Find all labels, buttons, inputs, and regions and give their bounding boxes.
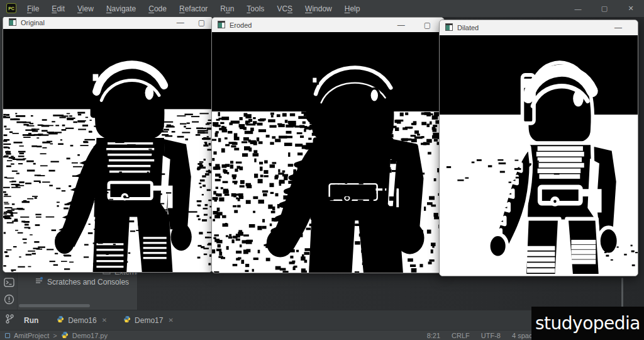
menu-run[interactable]: Run	[214, 3, 240, 15]
opencv-window-buttons: —	[614, 24, 632, 31]
run-tab-demo16[interactable]: Demo16✕	[51, 312, 113, 328]
scratches-icon	[35, 276, 43, 287]
menu-code[interactable]: Code	[143, 3, 172, 15]
close-button[interactable]: ✕	[618, 0, 644, 17]
menu-window[interactable]: Window	[299, 3, 338, 15]
terminal-icon[interactable]	[4, 277, 14, 288]
studyopedia-watermark: studyopedia	[531, 307, 644, 340]
opencv-window-title: Dilated	[457, 24, 479, 31]
run-tabs: Demo16✕Demo17✕	[51, 312, 179, 328]
binary-image-eroded	[212, 32, 444, 273]
binary-image-dilated	[440, 35, 638, 276]
run-tab-label: Demo17	[135, 316, 163, 325]
minimize-button[interactable]: —	[177, 19, 184, 26]
close-tab-icon[interactable]: ✕	[102, 317, 107, 324]
encoding-indicator[interactable]: UTF-8	[481, 332, 501, 339]
opencv-image-icon	[445, 23, 453, 32]
close-tab-icon[interactable]: ✕	[168, 317, 173, 324]
opencv-window-original[interactable]: Original —▢	[3, 16, 213, 273]
opencv-window-buttons: —▢	[397, 21, 438, 29]
opencv-window-eroded[interactable]: Eroded —▢	[211, 17, 445, 273]
minimize-button[interactable]: —	[614, 24, 622, 31]
python-file-icon	[123, 315, 131, 325]
run-tab-label: Demo16	[68, 316, 96, 325]
minimize-button[interactable]: —	[397, 21, 405, 29]
pycharm-window: PC FileEditViewNavigateCodeRefactorRunTo…	[0, 0, 644, 340]
git-branch-icon[interactable]	[4, 314, 15, 324]
run-tab-demo17[interactable]: Demo17✕	[118, 312, 179, 328]
opencv-image-icon	[218, 21, 225, 30]
breadcrumb-separator: >	[53, 332, 57, 339]
menu-vcs[interactable]: VCS	[271, 3, 298, 15]
line-separator-indicator[interactable]: CRLF	[452, 332, 470, 339]
menu-tools[interactable]: Tools	[241, 3, 270, 15]
opencv-titlebar[interactable]: Dilated —	[440, 20, 638, 35]
opencv-window-buttons: —▢	[177, 19, 206, 26]
pycharm-logo-icon: PC	[6, 3, 16, 13]
opencv-window-dilated[interactable]: Dilated —	[439, 20, 638, 276]
run-panel-title: Run	[24, 316, 38, 325]
menu-help[interactable]: Help	[339, 3, 366, 15]
menu-bar: FileEditViewNavigateCodeRefactorRunTools…	[21, 3, 365, 15]
tree-item-scratches-and-consoles[interactable]: Scratches and Consoles	[35, 276, 129, 287]
maximize-button[interactable]: ▢	[424, 21, 431, 29]
project-icon	[5, 333, 10, 338]
python-file-icon	[57, 315, 64, 325]
menu-refactor[interactable]: Refactor	[174, 3, 213, 15]
maximize-button[interactable]: ▢	[198, 19, 205, 26]
minimize-button[interactable]: —	[565, 0, 591, 17]
horizontal-scrollbar[interactable]	[19, 304, 90, 307]
binary-image-original	[3, 29, 212, 272]
opencv-window-title: Eroded	[230, 21, 252, 29]
console-vertical-scrollbar[interactable]	[621, 278, 623, 308]
breadcrumb: AmitProject > Demo17.py	[5, 331, 108, 340]
opencv-image-icon	[9, 18, 16, 27]
maximize-button[interactable]: ▢	[591, 0, 618, 17]
window-controls: — ▢ ✕	[565, 0, 644, 17]
opencv-window-title: Original	[21, 19, 45, 26]
menu-navigate[interactable]: Navigate	[101, 3, 142, 15]
menu-view[interactable]: View	[72, 3, 99, 15]
opencv-titlebar[interactable]: Eroded —▢	[212, 18, 444, 32]
breadcrumb-file[interactable]: Demo17.py	[72, 332, 108, 339]
python-file-icon	[61, 331, 69, 340]
caret-position[interactable]: 8:21	[427, 332, 440, 339]
status-widgets: 8:21 CRLF UTF-8 4 spaces	[427, 331, 540, 340]
breadcrumb-project[interactable]: AmitProject	[14, 332, 49, 339]
opencv-titlebar[interactable]: Original —▢	[3, 16, 212, 29]
menu-edit[interactable]: Edit	[46, 3, 70, 15]
ide-title-bar: PC FileEditViewNavigateCodeRefactorRunTo…	[0, 0, 644, 17]
problems-icon[interactable]	[4, 294, 14, 305]
menu-file[interactable]: File	[21, 3, 45, 15]
